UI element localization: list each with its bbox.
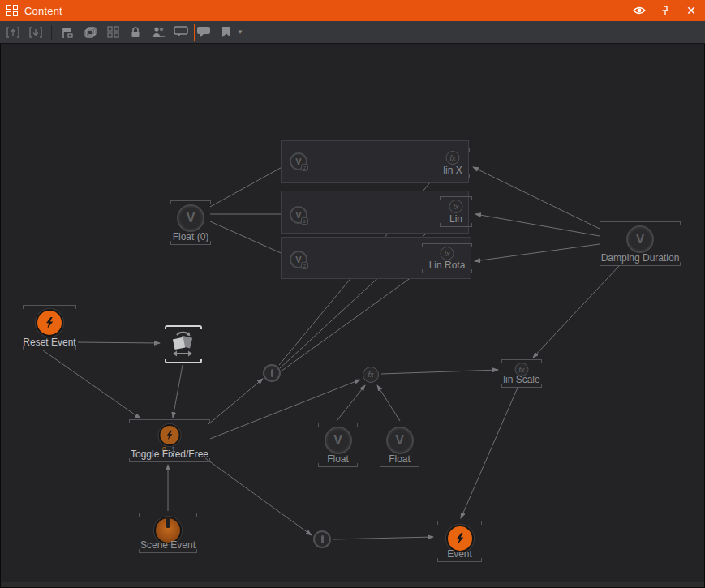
comment-filled-icon [196,26,211,38]
close-icon[interactable]: ✕ [684,3,699,18]
grid-icon [107,26,119,38]
node-label: Float (0) [170,231,211,242]
window-title: Content [24,5,62,17]
node-label: Scene Event [139,539,197,551]
layers-button[interactable] [80,24,100,41]
export-button[interactable] [3,24,23,41]
node-toggle[interactable]: 0 1Toggle Fixed/Free [129,419,210,462]
node-lin[interactable]: fxLin [440,196,472,227]
node-vec2-b[interactable]: V2 [290,206,307,224]
bookmark-icon [221,26,231,38]
node-label: Lin Rota [422,260,472,271]
node-excl-1[interactable] [263,364,281,382]
arrange-axes-icon [167,328,200,363]
node-float0[interactable]: VFloat (0) [170,200,211,245]
node-label: Reset Event [23,337,76,348]
users-icon [152,26,166,38]
comment-outline-icon [174,26,188,38]
eye-icon[interactable] [632,3,647,18]
lock-button[interactable] [126,24,145,41]
node-label: Toggle Fixed/Free [129,449,210,460]
bottom-edge [1,582,704,587]
toolbar-separator [51,25,52,40]
node-scene[interactable]: Scene Event [139,513,197,553]
node-label: Float [318,453,358,465]
lock-icon [130,26,141,39]
node-floatB[interactable]: VFloat [380,423,419,467]
layers-icon [84,26,97,39]
edges-layer [1,44,704,582]
node-label: lin X [436,165,470,176]
node-graph-canvas[interactable]: VFloat (0)VDamping Durationfxlin XfxLinf… [1,44,704,582]
flag-icon [61,26,74,39]
value-icon: V [325,427,352,454]
node-label: lin Scale [501,374,542,385]
node-linScale[interactable]: fxlin Scale [501,359,542,388]
title-bar[interactable]: Content ✕ [0,0,705,21]
node-excl-2[interactable] [313,530,331,548]
node-damping[interactable]: VDamping Duration [600,221,681,266]
node-label: Damping Duration [600,252,681,264]
node-arrange[interactable] [165,325,202,363]
flag-node-button[interactable] [58,24,77,41]
import-button[interactable] [26,24,45,41]
node-vec2-a[interactable]: V2 [290,152,307,170]
fx-icon: fx [441,247,454,260]
node-floatA[interactable]: VFloat [318,423,358,467]
node-label: Event [437,548,482,560]
grid-button[interactable] [103,24,123,41]
value-icon: V [177,204,204,232]
bracket-up-arrow-icon [6,26,20,39]
value-icon: V [386,427,414,454]
app-grid-icon [6,5,18,16]
node-reset[interactable]: Reset Event [23,305,76,350]
node-event[interactable]: Event [437,521,482,562]
node-linRota[interactable]: fxLin Rota [422,243,472,273]
fx-icon: fx [446,151,460,165]
node-linX[interactable]: fxlin X [436,148,470,178]
comment-filled-button[interactable] [194,24,213,41]
bookmark-button[interactable] [217,24,236,41]
fx-icon: fx [449,200,463,213]
event-bolt-icon [36,309,63,337]
toolbar: ▼ [0,21,705,44]
pin-icon[interactable] [658,3,673,18]
node-label: Lin [440,213,472,225]
dropdown-caret-icon[interactable]: ▼ [237,28,243,36]
value-icon: V [626,225,654,253]
node-vec2-c[interactable]: V2 [290,251,307,268]
event-bolt-icon [159,424,181,446]
content-window: Content ✕ ▼ VFloat (0)VDamping Dur [0,0,705,588]
comment-outline-button[interactable] [171,24,191,41]
users-button[interactable] [148,24,168,41]
node-fx-dot[interactable]: fx [363,367,379,383]
node-label: Float [380,453,419,465]
bracket-down-arrow-icon [28,26,43,39]
